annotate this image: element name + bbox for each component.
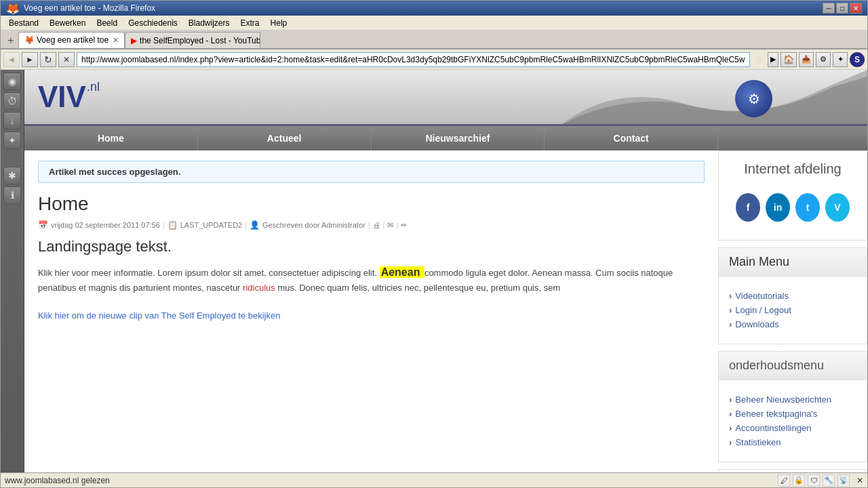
tab-label-1: Voeg een artikel toe [37, 35, 108, 45]
meta-author: Geschreven door Administrator [262, 221, 366, 229]
tab-favicon-2: ▶ [131, 36, 137, 45]
toolbar-btn-3[interactable]: ✦ [833, 52, 848, 67]
home-button[interactable]: 🏠 [781, 52, 797, 67]
sync-button[interactable]: S [850, 52, 865, 67]
sidebar-tool-1[interactable]: ◉ [3, 73, 21, 90]
menu-geschiedenis[interactable]: Geschiedenis [123, 17, 183, 29]
close-button[interactable]: ✕ [850, 3, 862, 14]
title-bar: 🦊 Voeg een artikel toe - Mozilla Firefox… [1, 1, 867, 16]
article-area: vrijdag 02 september 2011 07:56 Artikel … [24, 150, 718, 472]
address-bar: ◄ ► ↻ ✕ ☆ ▶ 🏠 📥 ⚙ ✦ S [1, 49, 867, 70]
status-icon-1: 🖊 [778, 474, 790, 487]
main-layout: ◉ ⏱ ↓ ✦ ✱ ℹ VIV.nl [1, 70, 867, 472]
meta-updated: LAST_UPDATED2 [180, 221, 243, 229]
meta-icon-edit[interactable]: ✏ [401, 221, 407, 230]
clip-link[interactable]: Klik hier om de nieuwe clip van The Self… [38, 310, 280, 321]
sidebar-tool-5[interactable]: ✱ [3, 167, 21, 184]
article-body: Klik hier voor meer informatie. Lorem ip… [38, 264, 705, 323]
meta-icon-print[interactable]: 🖨 [373, 221, 380, 229]
menu-beeld[interactable]: Beeld [91, 17, 123, 29]
menu-help[interactable]: Help [265, 17, 293, 29]
updated-icon: 📋 [167, 220, 178, 230]
date-icon: 📅 [38, 220, 48, 230]
sidebar-tool-2[interactable]: ⏱ [3, 92, 21, 110]
nav-bar: Home Actueel Nieuwsarchief Contact [24, 126, 867, 150]
highlight-aenean: Aenean [380, 266, 425, 278]
main-menu-list: Videotutorials Login / Logout Downloads [729, 283, 856, 337]
onderhoudsmenu-box: onderhoudsmenu Beheer Nieuwsberichten Be… [718, 351, 867, 462]
internet-afdeling-title: Internet afdeling [729, 161, 856, 177]
forward-button[interactable]: ► [22, 52, 38, 67]
toolbar-icons: 🏠 📥 ⚙ ✦ S [781, 52, 865, 67]
tab-1[interactable]: 🦊 Voeg een artikel toe ✕ [18, 32, 125, 48]
content-area: VIV.nl ⚙ Home Actueel Nieuwsarchief [24, 70, 867, 472]
status-bar: www.joomlabased.nl gelezen 🖊 🔒 🛡 🔧 📡 ✕ [1, 472, 867, 487]
site-sidebar: Internet afdeling f in t V Main [718, 150, 867, 472]
back-button[interactable]: ◄ [3, 52, 20, 67]
nav-nieuwsarchief[interactable]: Nieuwsarchief [372, 126, 545, 150]
site-header: VIV.nl ⚙ [24, 70, 867, 126]
minimize-button[interactable]: ─ [823, 3, 835, 14]
toolbar-btn-2[interactable]: ⚙ [816, 52, 831, 67]
menu-bladwijzers[interactable]: Bladwijzers [183, 17, 235, 29]
tab-label-2: the SelfEmployed - Lost - YouTube [140, 36, 260, 45]
article-meta: 📅 vrijdag 02 september 2011 07:56 | 📋 LA… [38, 220, 705, 230]
facebook-icon[interactable]: f [736, 193, 760, 222]
article-paragraph-2: Klik hier om de nieuwe clip van The Self… [38, 309, 705, 323]
tab-2[interactable]: ▶ the SelfEmployed - Lost - YouTube ✕ [125, 32, 260, 48]
article-title: Home [38, 193, 705, 215]
tab-favicon-1: 🦊 [24, 35, 34, 45]
site-badge: ⚙ [735, 80, 772, 117]
demo-title[interactable]: Ik ben bezig met een demo [719, 470, 867, 472]
menu-bewerken[interactable]: Bewerken [44, 17, 91, 29]
menu-item-login: Login / Logout [729, 303, 856, 317]
nav-contact[interactable]: Contact [545, 126, 718, 150]
article-paragraph-1: Klik hier voor meer informatie. Lorem ip… [38, 264, 705, 295]
stop-button[interactable]: ✕ [58, 52, 75, 67]
new-tab-button[interactable]: + [3, 33, 18, 48]
main-menu-title: Main Menu [729, 255, 856, 269]
linkedin-icon[interactable]: in [766, 193, 790, 222]
menu-item-nieuwsberichten: Beheer Nieuwsberichten [729, 392, 856, 407]
tab-close-1[interactable]: ✕ [113, 36, 119, 45]
meta-date: vrijdag 02 september 2011 07:56 [51, 221, 160, 229]
menu-bestand[interactable]: Bestand [3, 17, 44, 29]
header-wave-svg [562, 70, 867, 124]
social-icons-row: f in t V [729, 185, 856, 230]
main-menu-box: Main Menu Videotutorials Login / Logout … [718, 247, 867, 344]
maximize-button[interactable]: □ [836, 3, 848, 14]
nav-actueel[interactable]: Actueel [198, 126, 372, 150]
status-icon-3: 🛡 [808, 474, 820, 487]
left-sidebar: ◉ ⏱ ↓ ✦ ✱ ℹ [1, 70, 24, 472]
site-logo-nl: .nl [87, 80, 100, 94]
url-field[interactable] [77, 52, 750, 67]
sidebar-tool-3[interactable]: ↓ [3, 112, 21, 129]
sidebar-tool-6[interactable]: ℹ [3, 186, 21, 204]
toolbar-btn-1[interactable]: 📥 [799, 52, 814, 67]
menu-bar: Bestand Bewerken Beeld Geschiedenis Blad… [1, 16, 867, 30]
browser-window: 🦊 Voeg een artikel toe - Mozilla Firefox… [0, 0, 868, 488]
window-title: Voeg een artikel toe - Mozilla Firefox [24, 3, 823, 13]
menu-item-downloads: Downloads [729, 317, 856, 331]
site-logo: VIV.nl [38, 80, 100, 114]
tab-bar: + 🦊 Voeg een artikel toe ✕ ▶ the SelfEmp… [1, 30, 867, 49]
sidebar-tool-4[interactable]: ✦ [3, 131, 21, 149]
status-text: www.joomlabased.nl gelezen [5, 476, 771, 485]
twitter-icon[interactable]: t [795, 193, 820, 222]
bookmark-star[interactable]: ☆ [752, 54, 766, 65]
onderhoudsmenu-title: onderhoudsmenu [729, 359, 856, 373]
demo-box: Ik ben bezig met een demo Lorem ipsum do… [718, 469, 867, 472]
author-icon: 👤 [250, 220, 260, 230]
menu-item-statistieken: Statistieken [729, 435, 856, 449]
vimeo-icon[interactable]: V [825, 193, 850, 222]
nav-home[interactable]: Home [24, 126, 198, 150]
menu-item-videotutorials: Videotutorials [729, 289, 856, 303]
reload-button[interactable]: ↻ [40, 52, 56, 67]
menu-extra[interactable]: Extra [235, 17, 265, 29]
status-icon-4: 🔧 [823, 474, 835, 487]
go-button[interactable]: ▶ [768, 52, 778, 67]
status-icon-2: 🔒 [793, 474, 805, 487]
ridiculus-link[interactable]: ridiculus [243, 283, 275, 293]
success-text: Artikel met succes opgeslagen. [49, 167, 180, 177]
meta-icon-email[interactable]: ✉ [387, 221, 393, 230]
